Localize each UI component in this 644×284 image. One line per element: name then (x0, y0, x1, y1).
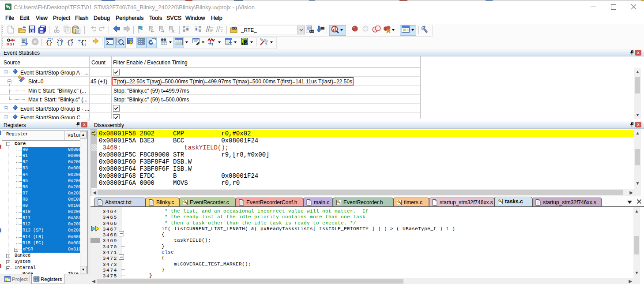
svg-text:s: s (9, 7, 10, 10)
